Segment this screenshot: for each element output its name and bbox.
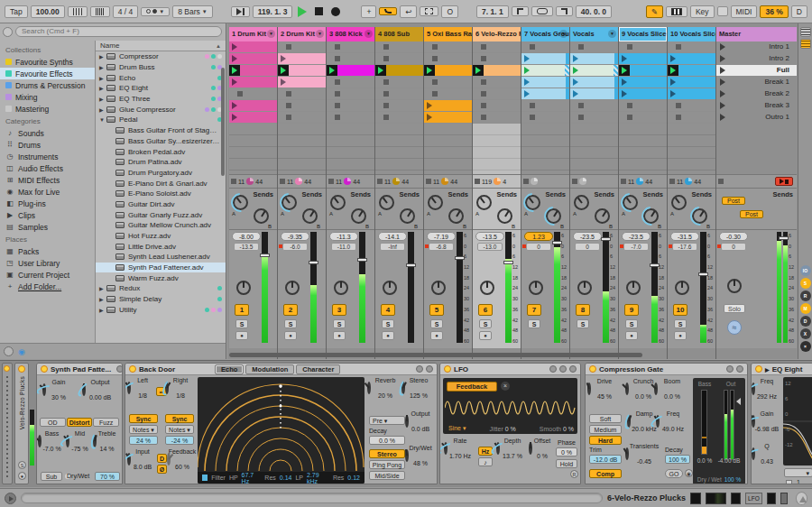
device-activator-led[interactable] (41, 365, 48, 373)
clip-slot[interactable] (668, 77, 715, 88)
left-sync-mode-select[interactable]: Notes ▾ (129, 425, 158, 434)
empty-slot-area[interactable] (570, 124, 618, 174)
retrigger-button[interactable]: R (570, 470, 578, 478)
clip-slot[interactable] (278, 100, 326, 111)
save-preset-icon[interactable] (736, 365, 743, 373)
send-b-knob[interactable] (351, 208, 366, 224)
preview-headphone-icon[interactable]: ◉ (18, 347, 25, 356)
lp-res-value[interactable]: 0.12 (347, 475, 360, 481)
freq-knob[interactable] (656, 415, 660, 428)
clip-slot[interactable] (278, 53, 326, 64)
drive-knob[interactable] (587, 383, 591, 395)
phase-value[interactable]: 0 % (556, 447, 577, 456)
device-chain-thumbnail[interactable] (706, 493, 726, 504)
phase-invert-button[interactable]: Ø (157, 465, 167, 474)
send-a-pre-post-toggle[interactable]: Post (722, 197, 745, 205)
track-activator-button[interactable]: 10 (673, 304, 687, 316)
file-row[interactable]: ▶ Utility (96, 305, 226, 316)
file-row[interactable]: ▶ Echo (96, 72, 226, 83)
clip-slot[interactable] (375, 112, 423, 123)
device-header[interactable]: Compression Gate (586, 364, 747, 375)
echo-visualizer[interactable]: Filter HP67.7 Hz Res0.14 LP2.79 kHz Res0… (198, 377, 364, 484)
clip-stop-icon[interactable] (280, 179, 285, 184)
file-row[interactable]: Synth Lead Lushener.adv (96, 252, 226, 263)
arm-button[interactable]: ● (430, 331, 443, 340)
clip-slot[interactable] (327, 88, 374, 99)
peak-level-field[interactable]: -17.6 (672, 243, 697, 251)
nudge-down-button[interactable] (68, 6, 88, 17)
clip-slot[interactable] (473, 88, 521, 99)
rate-sync-button[interactable]: ♪ (478, 457, 493, 466)
empty-slot-area[interactable] (668, 124, 715, 174)
knee-mode-button[interactable]: Medium (589, 425, 622, 434)
track-header[interactable]: 9 Vocals Slice (619, 27, 667, 41)
track-header[interactable]: 1 Drum Kit ▼ (229, 27, 277, 41)
send-b-knob[interactable] (302, 208, 318, 224)
send-b-knob[interactable] (497, 208, 512, 224)
peak-level-field[interactable]: -11.0 (331, 243, 356, 251)
right-sync-button[interactable]: Sync (165, 414, 194, 423)
empty-slot-area[interactable] (229, 124, 277, 174)
echo-tab[interactable]: Character (296, 364, 340, 374)
play-button[interactable] (298, 6, 307, 17)
volume-field[interactable]: -31.5 (670, 232, 699, 241)
clip-slot[interactable] (424, 65, 472, 76)
expand-icon[interactable]: ▶ (765, 366, 770, 373)
fold-track-icon[interactable]: ▼ (364, 30, 373, 38)
clip-slot[interactable] (278, 65, 326, 76)
clip-slot[interactable] (375, 41, 423, 52)
place-item[interactable]: ◳ User Library (0, 257, 95, 269)
solo-button[interactable]: S (577, 319, 589, 328)
expand-arrow-icon[interactable]: ▶ (99, 53, 106, 60)
gain-knob[interactable] (42, 383, 46, 396)
file-row[interactable]: ▶ Compressor (96, 51, 226, 62)
pan-knob[interactable] (675, 281, 689, 295)
pan-knob[interactable] (577, 281, 592, 295)
clip-slot[interactable] (327, 100, 374, 111)
fold-track-icon[interactable]: ▼ (267, 30, 275, 38)
device-chain-thumbnail[interactable] (690, 493, 701, 504)
punch-in-button[interactable] (512, 6, 529, 16)
chain-activator-led[interactable] (18, 365, 25, 373)
reverb-knob[interactable] (367, 382, 371, 394)
peak-level-field[interactable]: 0 (575, 243, 600, 251)
peak-level-field[interactable]: -13.0 (477, 243, 503, 251)
device-activator-led[interactable] (589, 365, 596, 373)
clip-slot[interactable] (278, 77, 326, 88)
mixer-section-toggle[interactable]: × (800, 341, 811, 352)
boom-knob[interactable] (654, 383, 658, 395)
clip-slot[interactable] (375, 53, 423, 64)
device-activator-led[interactable] (444, 365, 451, 373)
track-header[interactable]: 10 Vocals Slice (668, 27, 715, 41)
arm-button[interactable]: ● (382, 331, 394, 340)
send-a-knob[interactable] (281, 195, 297, 210)
output-knob[interactable] (405, 415, 409, 428)
collection-item[interactable]: Favourite Effects (0, 68, 95, 79)
loop-start-field[interactable]: 7. 1. 1 (476, 5, 509, 18)
volume-field[interactable]: -7.19 (427, 232, 456, 241)
send-b-knob[interactable] (254, 208, 269, 224)
file-list-scrollbar[interactable] (221, 68, 225, 176)
clip-stop-icon[interactable] (231, 179, 236, 184)
mid-knob[interactable] (66, 435, 69, 447)
filter-type-select[interactable]: ▾ (784, 468, 812, 477)
scene-launch-slot[interactable]: Intro 1 (716, 41, 797, 52)
q-knob[interactable] (752, 447, 755, 460)
clip-slot[interactable] (229, 77, 277, 88)
clip-slot[interactable] (278, 112, 326, 123)
input-knob[interactable] (127, 453, 131, 466)
crunch-knob[interactable] (625, 383, 629, 395)
clip-slot[interactable] (229, 41, 277, 52)
solo-button[interactable]: S (625, 319, 638, 328)
clip-stop-icon[interactable] (328, 179, 334, 184)
clip-slot[interactable] (521, 41, 569, 52)
clip-slot[interactable] (473, 100, 521, 111)
re-enable-automation-button[interactable] (420, 6, 438, 16)
band-checkbox[interactable] (786, 480, 792, 484)
solo-button[interactable]: S (235, 319, 248, 328)
draw-mode-button[interactable]: ✎ (646, 5, 663, 18)
comp-button[interactable]: Comp (589, 469, 622, 478)
tap-tempo-button[interactable]: Tap (5, 5, 28, 18)
hp-res-value[interactable]: 0.14 (280, 475, 292, 481)
browser-collapse-button[interactable] (3, 27, 13, 37)
